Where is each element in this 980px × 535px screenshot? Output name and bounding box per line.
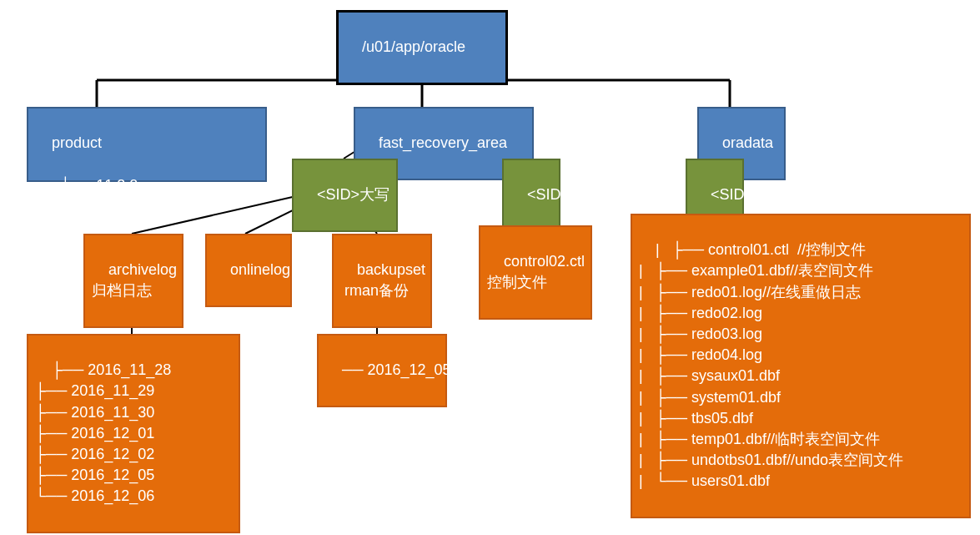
control02-label: control02.ctl 控制文件 xyxy=(487,253,585,290)
fra-sid-upper-node: <SID>大写 xyxy=(292,159,398,232)
onlinelog-node: onlinelog xyxy=(205,234,292,307)
archivelog-node: archivelog 归档日志 xyxy=(83,234,183,328)
control02-node: control02.ctl 控制文件 xyxy=(479,225,592,320)
product-tree: └── 11.2.0 └── db_home1//家目录 xyxy=(35,177,224,215)
fra-title: fast_recovery_area xyxy=(379,134,507,151)
root-node: /u01/app/oracle xyxy=(336,10,508,85)
diagram-canvas: /u01/app/oracle product └── 11.2.0 └── d… xyxy=(0,0,980,535)
root-path: /u01/app/oracle xyxy=(362,38,465,55)
product-title: product xyxy=(52,134,102,151)
backupset-dates: ── 2016_12_05 xyxy=(342,361,451,378)
archivelog-dates: ├── 2016_11_28 ├── 2016_11_29 ├── 2016_1… xyxy=(35,361,171,504)
backupset-dates-node: ── 2016_12_05 xyxy=(317,334,447,407)
onlinelog-title: onlinelog xyxy=(230,261,290,278)
fra-sid-upper-label: <SID>大写 xyxy=(317,186,389,203)
oradata-files-node: | ├── control01.ctl //控制文件 | ├── example… xyxy=(631,214,971,518)
fra-sid-node: <SID> xyxy=(502,159,560,232)
fra-sid-label: <SID> xyxy=(527,186,570,203)
archivelog-title: archivelog 归档日志 xyxy=(92,261,177,299)
oradata-title: oradata xyxy=(722,134,773,151)
oradata-sid-label: <SID> xyxy=(711,186,753,203)
product-node: product └── 11.2.0 └── db_home1//家目录 xyxy=(27,107,267,182)
oradata-files: | ├── control01.ctl //控制文件 | ├── example… xyxy=(639,241,903,489)
backupset-title: backupset rman备份 xyxy=(340,261,425,299)
backupset-node: backupset rman备份 xyxy=(332,234,432,328)
archivelog-dates-node: ├── 2016_11_28 ├── 2016_11_29 ├── 2016_1… xyxy=(27,334,240,533)
